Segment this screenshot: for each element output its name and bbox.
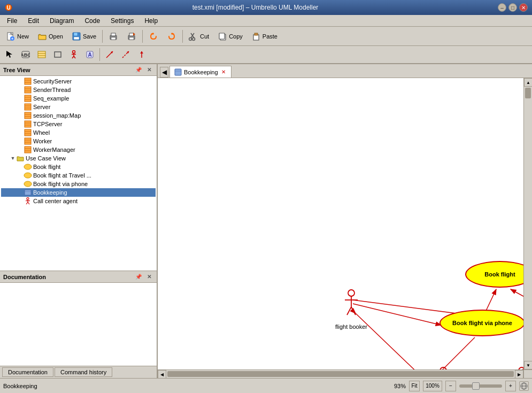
tab-arrow-left[interactable]: ◀ (160, 67, 168, 78)
svg-line-88 (486, 289, 496, 311)
hscroll-thumb[interactable] (167, 371, 514, 377)
bookkeeping-tab[interactable]: Bookkeeping ✕ (169, 66, 232, 78)
cut-label: Cut (200, 33, 209, 40)
tree-toggle[interactable]: ▼ (10, 155, 16, 161)
tree-item[interactable]: session_map:Map (1, 111, 156, 120)
overview-button[interactable] (519, 381, 529, 391)
text-label-tool[interactable]: A (82, 48, 97, 61)
close-button[interactable]: ✕ (519, 3, 528, 12)
tree-close-button[interactable]: ✕ (145, 66, 153, 74)
save-button[interactable]: Save (68, 29, 100, 44)
minimize-button[interactable]: – (498, 3, 506, 12)
doc-panel: Documentation 📌 ✕ Documentation Command … (0, 271, 157, 378)
fit-button[interactable]: Fit (409, 381, 420, 391)
usecase-book-flight[interactable]: Book flight (465, 261, 532, 288)
tree-item[interactable]: Call center agent (1, 197, 156, 205)
menu-settings[interactable]: Settings (106, 16, 138, 26)
tree-item-label: Use Case View (26, 155, 66, 161)
command-history-tab[interactable]: Command history (55, 367, 112, 377)
doc-close-button[interactable]: ✕ (145, 273, 153, 281)
tree-item[interactable]: ▼Use Case View (1, 154, 156, 163)
vscroll-down[interactable]: ▼ (524, 361, 532, 369)
line-red1-tool[interactable] (102, 48, 117, 61)
tree-item[interactable]: Book flight at Travel ... (1, 171, 156, 180)
tab-close-button[interactable]: ✕ (220, 69, 227, 75)
tree-pin-button[interactable]: 📌 (134, 66, 143, 74)
vscroll-up[interactable]: ▲ (524, 78, 532, 87)
tree-item[interactable]: Worker (1, 137, 156, 145)
export-button[interactable] (123, 29, 140, 44)
usecase-book-phone-label: Book flight via phone (452, 320, 512, 326)
doc-pin-button[interactable]: 📌 (134, 273, 143, 281)
tree-item[interactable]: Wheel (1, 128, 156, 137)
tree-item[interactable]: Bookkeeping (1, 188, 156, 197)
window-title: test.xmi [modified] – Umbrello UML Model… (13, 4, 498, 11)
redo-button[interactable] (163, 29, 180, 44)
export-icon (127, 32, 136, 41)
tree-item-label: Worker (33, 138, 52, 144)
tree-item[interactable]: Seq_example (1, 94, 156, 103)
zoom-in-button[interactable]: + (505, 381, 516, 391)
svg-rect-8 (74, 33, 78, 36)
tree-item[interactable]: SecurityServer (1, 77, 156, 86)
svg-rect-30 (38, 51, 45, 58)
line-up-tool[interactable] (134, 48, 149, 61)
new-button[interactable]: + New (2, 29, 33, 44)
svg-rect-26 (255, 33, 258, 35)
actor-flight-booker[interactable]: flight booker (335, 289, 367, 330)
doc-content[interactable] (0, 283, 157, 366)
tree-item-icon (24, 112, 32, 119)
paste-label: Paste (263, 33, 277, 40)
diagram-tabs: ◀ Bookkeeping ✕ (158, 64, 532, 78)
zoom-slider[interactable] (459, 384, 502, 388)
hscroll-right[interactable]: ▶ (515, 370, 523, 378)
tree-item-icon (24, 103, 32, 111)
open-button[interactable]: Open (34, 29, 67, 44)
actor-flight-booker-label: flight booker (335, 323, 367, 330)
usecase-book-phone[interactable]: Book flight via phone (440, 310, 525, 336)
tree-item-label: Book flight at Travel ... (33, 172, 91, 179)
menu-edit[interactable]: Edit (23, 16, 44, 26)
tree-item[interactable]: Server (1, 103, 156, 111)
documentation-tab[interactable]: Documentation (2, 367, 53, 377)
svg-point-76 (24, 181, 32, 187)
actor-tool[interactable] (66, 48, 81, 61)
text-tool[interactable]: ABC (18, 48, 33, 61)
diagram-canvas[interactable]: Book flight Book flight via phone Book f… (158, 78, 532, 378)
canvas-container: Book flight Book flight via phone Book f… (158, 78, 532, 378)
cut-button[interactable]: Cut (185, 29, 213, 44)
undo-button[interactable] (145, 29, 162, 44)
select-tool[interactable] (2, 48, 17, 61)
vscroll-thumb[interactable] (525, 88, 531, 98)
menu-file[interactable]: File (2, 16, 22, 26)
tree-item[interactable]: Book flight (1, 163, 156, 171)
svg-point-75 (24, 173, 32, 178)
tree-item-icon (24, 137, 32, 145)
tree-content[interactable]: SecurityServerSenderThreadSeq_exampleSer… (0, 76, 157, 271)
line-red2-tool[interactable] (118, 48, 133, 61)
zoom-out-button[interactable]: − (445, 381, 456, 391)
svg-rect-71 (25, 147, 31, 153)
print-button[interactable] (105, 29, 122, 44)
diagram-hscroll[interactable]: ◀ ▶ (158, 369, 523, 378)
menu-code[interactable]: Code (80, 16, 105, 26)
zoom-handle[interactable] (472, 382, 480, 390)
copy-button[interactable]: Copy (214, 29, 246, 44)
zoom-100-button[interactable]: 100% (423, 381, 442, 391)
svg-point-21 (189, 37, 192, 40)
menu-diagram[interactable]: Diagram (45, 16, 79, 26)
tree-item[interactable]: WorkerManager (1, 145, 156, 154)
tree-item[interactable]: TCPServer (1, 120, 156, 128)
rectangle-tool[interactable] (50, 48, 65, 61)
class-tool[interactable] (34, 48, 49, 61)
diagram-vscroll[interactable]: ▲ ▼ (523, 78, 532, 369)
tree-item[interactable]: Book flight via phone (1, 180, 156, 188)
hscroll-left[interactable]: ◀ (158, 370, 166, 378)
menu-help[interactable]: Help (140, 16, 163, 26)
tree-item[interactable]: SenderThread (1, 86, 156, 94)
toolbar2-separator-1 (99, 48, 100, 61)
paste-button[interactable]: Paste (248, 29, 281, 44)
tree-item-icon (24, 129, 32, 136)
maximize-button[interactable]: □ (508, 3, 517, 12)
zoom-percent: 93% (394, 383, 406, 389)
